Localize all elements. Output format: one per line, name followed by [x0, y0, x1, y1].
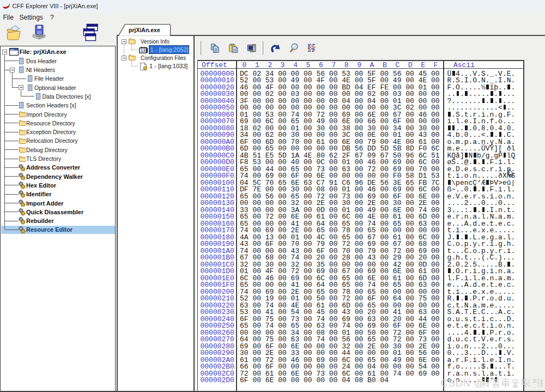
svg-text:1.0: 1.0 — [141, 48, 146, 53]
